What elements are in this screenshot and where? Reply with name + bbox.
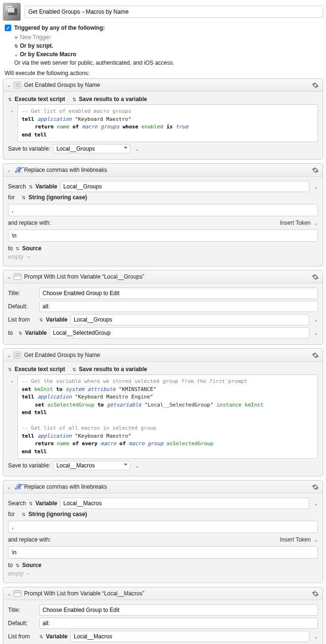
variable-action-icon: 𝒳 — [14, 483, 21, 490]
script-action-icon — [14, 82, 21, 88]
updown-icon[interactable]: ⇅ — [16, 246, 19, 251]
listfrom-mode[interactable]: Variable — [46, 633, 68, 640]
or-by-script[interactable]: Or by script. — [20, 42, 53, 49]
to-label: to — [8, 245, 13, 252]
to-label: to — [8, 330, 16, 336]
macro-name-input[interactable] — [25, 6, 323, 18]
to-mode[interactable]: Source — [22, 245, 42, 252]
title-input[interactable] — [39, 604, 318, 616]
for-value-input[interactable] — [8, 204, 318, 216]
variable-action-icon: 𝒳 — [14, 167, 21, 173]
script-action-icon — [14, 352, 21, 358]
replace-value-input[interactable] — [8, 229, 318, 242]
default-input[interactable] — [39, 618, 318, 629]
disclose-icon[interactable]: ⌄ — [7, 83, 11, 88]
action-title: Get Enabled Groups by Name — [24, 82, 309, 88]
listfrom-input[interactable] — [70, 631, 309, 642]
disclose-icon[interactable]: ⌄ — [7, 484, 11, 490]
gear-icon[interactable] — [311, 351, 319, 359]
updown-icon[interactable]: ⇅ — [29, 184, 33, 189]
updown-icon[interactable]: ⇅ — [29, 501, 33, 506]
chevron-down-icon: ⌄ — [314, 220, 318, 226]
trigger-enabled-checkbox[interactable] — [5, 25, 11, 31]
search-label: Search — [8, 500, 26, 507]
gear-icon[interactable] — [311, 483, 319, 491]
listfrom-input[interactable] — [70, 314, 309, 325]
for-mode[interactable]: String (ignoring case) — [28, 194, 87, 201]
save-variable-select[interactable] — [53, 461, 130, 470]
search-variable-input[interactable] — [60, 498, 309, 509]
script-editor[interactable]: ⌄ -- Get list of enabled macro groups te… — [17, 104, 318, 142]
insert-token-link[interactable]: Insert Token ⌄ — [280, 536, 318, 543]
chevron-down-icon[interactable]: ⌄ — [135, 146, 139, 152]
arrow-icon: → — [25, 254, 31, 260]
action-title: Get Enabled Groups by Name — [24, 352, 309, 358]
to-mode[interactable]: Source — [22, 562, 42, 568]
updown-icon[interactable]: ⇅ — [18, 330, 22, 336]
to-label: to — [8, 562, 13, 568]
chevron-down-icon: ⌄ — [14, 52, 18, 57]
plus-icon: + — [14, 34, 18, 41]
to-mode[interactable]: Variable — [25, 330, 47, 336]
insert-token-link[interactable]: Insert Token ⌄ — [280, 220, 318, 226]
chevron-down-icon[interactable]: ⌄ — [314, 634, 318, 639]
new-trigger-link[interactable]: New Trigger — [20, 34, 51, 41]
save-variable-select[interactable] — [53, 144, 130, 153]
search-mode[interactable]: Variable — [35, 183, 57, 190]
updown-icon[interactable]: ⇅ — [39, 317, 43, 322]
save-to-variable-label: Save to variable: — [8, 462, 50, 469]
prompt-action-icon — [14, 590, 21, 597]
disclose-icon[interactable]: ⌄ — [7, 353, 11, 358]
prompt-action-icon — [14, 273, 21, 280]
default-label: Default: — [8, 620, 36, 627]
disclose-icon[interactable]: ⌄ — [7, 168, 11, 173]
chevron-down-icon[interactable]: ⌄ — [135, 463, 139, 468]
for-label: for — [8, 194, 15, 201]
updown-icon[interactable]: ⇅ — [8, 97, 12, 102]
updown-icon[interactable]: ⇅ — [22, 512, 26, 517]
empty-hint: empty — [8, 254, 24, 260]
disclose-icon[interactable]: ⌄ — [7, 274, 11, 280]
gear-icon[interactable] — [311, 273, 319, 280]
default-input[interactable] — [39, 301, 318, 312]
empty-hint: empty — [8, 570, 24, 577]
for-mode[interactable]: String (ignoring case) — [28, 511, 87, 517]
updown-icon[interactable]: ⇅ — [22, 195, 26, 200]
script-editor[interactable]: ⌄ -- Get the variable where we stored se… — [17, 374, 318, 459]
gear-icon[interactable] — [311, 166, 319, 174]
search-label: Search — [8, 183, 26, 190]
updown-icon[interactable]: ⇅ — [8, 367, 12, 372]
execute-script-option[interactable]: Execute text script — [15, 366, 65, 373]
chevron-down-icon[interactable]: ⌄ — [314, 184, 318, 189]
chevron-down-icon[interactable]: ⌄ — [314, 317, 318, 322]
or-via-web: Or via the web server for public, authen… — [14, 59, 174, 66]
updown-icon[interactable]: ⇅ — [16, 563, 19, 568]
title-input[interactable] — [39, 288, 318, 299]
for-value-input[interactable] — [8, 521, 318, 533]
execute-label: Will execute the following actions: — [5, 70, 323, 76]
updown-icon[interactable]: ⇅ — [72, 367, 76, 372]
updown-icon[interactable]: ⇅ — [39, 634, 43, 639]
search-variable-input[interactable] — [60, 181, 309, 192]
chevron-down-icon[interactable]: ⌄ — [314, 330, 318, 336]
save-results-option[interactable]: Save results to a variable — [79, 366, 147, 373]
listfrom-label: List from — [8, 316, 36, 323]
listfrom-mode[interactable]: Variable — [46, 316, 68, 323]
search-mode[interactable]: Variable — [35, 500, 57, 507]
title-label: Title: — [8, 290, 36, 297]
save-results-option[interactable]: Save results to a variable — [79, 96, 147, 102]
replace-with-label: and replace with: — [8, 220, 51, 226]
chevron-down-icon[interactable]: ⌄ — [314, 501, 318, 506]
trigger-header-label: Triggered by any of the following: — [14, 25, 105, 31]
macro-icon — [3, 3, 21, 21]
to-input[interactable] — [50, 327, 309, 339]
execute-script-option[interactable]: Execute text script — [15, 96, 65, 102]
updown-icon[interactable]: ⇅ — [72, 97, 76, 102]
gear-icon[interactable] — [311, 590, 319, 597]
replace-value-input[interactable] — [8, 546, 318, 559]
disclose-icon[interactable]: ⌄ — [7, 591, 11, 596]
action-title: Prompt With List from Variable “Local__M… — [24, 590, 309, 597]
gear-icon[interactable] — [311, 81, 319, 89]
or-by-execute[interactable]: Or by Execute Macro — [20, 51, 76, 58]
action-title: Replace commas with linebreaks — [24, 483, 309, 490]
